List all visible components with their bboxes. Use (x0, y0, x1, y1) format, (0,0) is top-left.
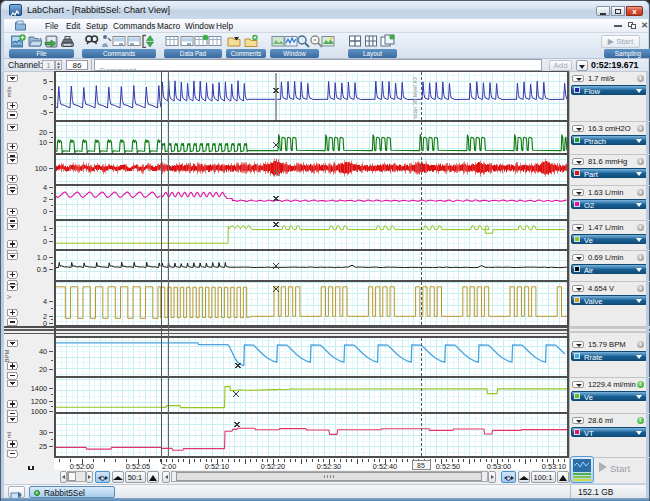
svg-text:1400: 1400 (31, 384, 47, 393)
svg-text:0.5: 0.5 (37, 265, 47, 274)
svg-text:5: 5 (43, 77, 47, 86)
svg-text:1200: 1200 (31, 397, 47, 406)
svg-text:0: 0 (43, 237, 47, 246)
svg-text:20: 20 (39, 128, 47, 137)
svg-text:ml: ml (6, 432, 12, 438)
svg-text:2: 2 (43, 195, 47, 204)
svg-text:V: V (6, 295, 12, 299)
svg-text:1.0: 1.0 (37, 253, 47, 262)
svg-text:85: 85 (417, 462, 425, 469)
svg-text:4: 4 (43, 183, 47, 192)
svg-text:0: 0 (43, 93, 47, 102)
svg-text:25: 25 (39, 442, 47, 451)
svg-text:-5: -5 (41, 108, 48, 117)
svg-text:100: 100 (35, 164, 47, 173)
svg-text:1: 1 (43, 224, 47, 233)
svg-text:0: 0 (43, 207, 47, 216)
svg-text:0: 0 (43, 319, 47, 328)
svg-text:10: 10 (39, 138, 47, 147)
svg-text:scan 38 level #3: scan 38 level #3 (412, 77, 418, 119)
svg-text:1000: 1000 (31, 407, 47, 416)
svg-text:30: 30 (39, 428, 47, 437)
svg-text:ml/s: ml/s (6, 87, 12, 98)
svg-text:40: 40 (39, 347, 47, 356)
svg-text:4: 4 (43, 297, 47, 306)
svg-text:20: 20 (39, 365, 47, 374)
svg-text:BPM: BPM (4, 349, 10, 362)
